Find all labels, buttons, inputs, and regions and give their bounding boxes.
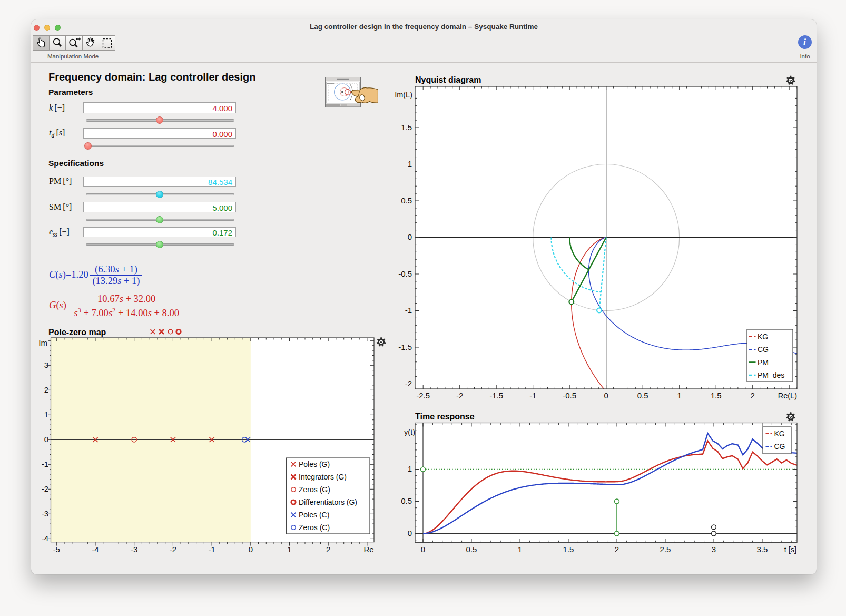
svg-text:0.5: 0.5 [401,496,412,505]
svg-text:-0.5: -0.5 [563,391,576,400]
svg-text:-1: -1 [208,545,215,554]
svg-text:KG: KG [758,333,768,341]
svg-text:0: 0 [408,529,412,537]
svg-text:1.5: 1.5 [563,545,574,554]
svg-text:0: 0 [44,435,48,444]
svg-text:-1: -1 [405,306,412,315]
svg-text:0: 0 [421,545,425,554]
svg-text:t [s]: t [s] [784,545,796,554]
svg-text:PM: PM [758,358,769,367]
svg-text:Poles (G): Poles (G) [299,460,330,468]
svg-text:1: 1 [287,545,291,554]
svg-text:-2: -2 [405,379,412,388]
svg-text:-5: -5 [53,545,60,554]
svg-text:Re: Re [363,545,373,554]
svg-text:3: 3 [44,360,48,369]
svg-text:Zeros (G): Zeros (G) [299,485,330,494]
svg-text:1.5: 1.5 [401,123,412,132]
svg-text:2: 2 [44,385,48,394]
svg-text:2: 2 [615,545,619,554]
svg-text:0: 0 [408,232,412,241]
svg-text:-4: -4 [42,534,48,543]
svg-text:Re(L): Re(L) [778,392,797,400]
svg-text:0.5: 0.5 [401,196,412,205]
svg-text:3: 3 [712,545,716,554]
svg-text:Pole-zero map: Pole-zero map [48,328,106,337]
svg-text:-2: -2 [456,391,463,400]
svg-text:-1: -1 [529,391,536,400]
svg-text:CG: CG [758,345,769,354]
svg-text:-2.5: -2.5 [416,391,430,400]
svg-text:Time response: Time response [415,412,475,421]
svg-text:0: 0 [604,391,608,400]
svg-text:0.5: 0.5 [637,391,648,400]
svg-text:1: 1 [408,159,412,168]
svg-text:-1: -1 [42,459,48,468]
svg-text:2: 2 [326,545,330,554]
svg-text:Nyquist diagram: Nyquist diagram [415,75,481,84]
svg-text:-3: -3 [131,545,137,554]
svg-text:-2: -2 [170,545,176,554]
svg-text:KG: KG [774,429,785,438]
svg-text:PM_des: PM_des [758,371,784,379]
svg-text:Zeros (C): Zeros (C) [299,523,330,532]
svg-text:1: 1 [44,410,48,419]
svg-text:-3: -3 [42,509,48,518]
svg-text:2.5: 2.5 [660,545,671,554]
svg-text:Im(L): Im(L) [395,91,412,99]
svg-text:Im: Im [38,338,47,347]
svg-text:Poles (C): Poles (C) [299,511,329,519]
svg-text:1: 1 [677,391,682,400]
svg-text:Differentiators (G): Differentiators (G) [299,498,357,506]
svg-text:-2: -2 [42,484,48,493]
svg-text:2: 2 [751,391,755,400]
svg-text:CG: CG [774,442,785,451]
svg-text:1: 1 [408,464,412,473]
svg-text:Integrators (G): Integrators (G) [299,473,347,481]
svg-text:-1.5: -1.5 [398,343,412,351]
svg-text:0: 0 [249,545,253,554]
svg-text:-4: -4 [92,545,99,554]
svg-text:1.5: 1.5 [711,391,722,400]
svg-text:-1.5: -1.5 [489,391,503,400]
svg-text:y(t): y(t) [404,428,415,436]
svg-text:0.5: 0.5 [466,545,477,554]
svg-text:-0.5: -0.5 [398,269,412,278]
svg-text:3.5: 3.5 [757,545,768,554]
svg-text:1: 1 [518,545,522,554]
